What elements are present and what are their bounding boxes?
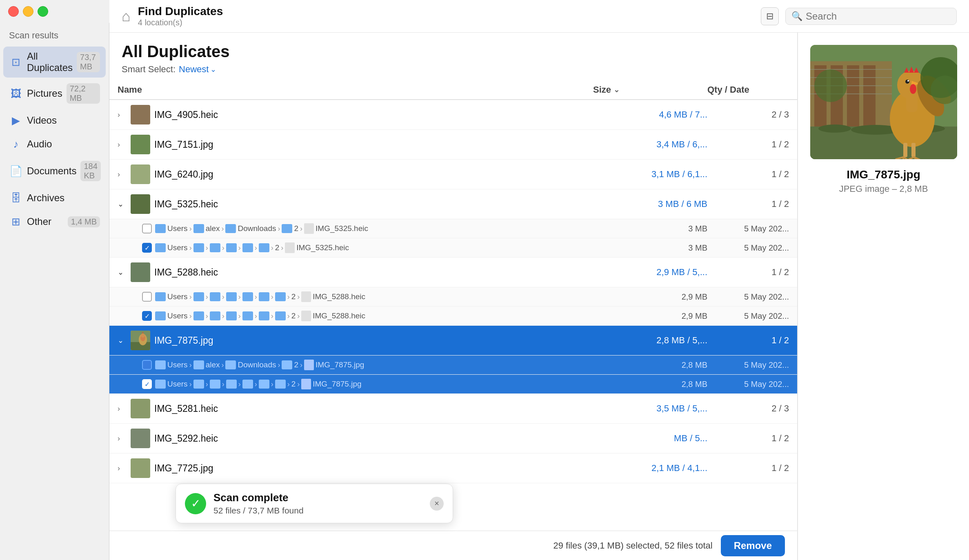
table-row[interactable]: › IMG_4905.heic 4,6 MB / 7... 2 / 3	[109, 100, 797, 130]
folder-path: Users› alex› Downloads› 2› IMG_7875.jpg	[155, 360, 364, 370]
file-thumbnail	[131, 429, 150, 448]
file-thumbnail	[131, 331, 150, 350]
file-thumbnail	[131, 194, 150, 214]
file-qty: 1 / 2	[707, 463, 789, 473]
expand-arrow-icon[interactable]: ⌄	[118, 268, 127, 277]
sub-row-checkbox[interactable]	[142, 360, 152, 370]
topbar-title: Find Duplicates	[138, 5, 753, 18]
svg-point-38	[814, 69, 847, 102]
search-icon: 🔍	[791, 11, 802, 22]
folder-icon	[275, 311, 286, 320]
close-button[interactable]	[8, 6, 19, 17]
expand-arrow-icon[interactable]: ›	[118, 170, 127, 179]
file-size: 3,5 MB / 5,...	[593, 403, 707, 414]
col-header-name: Name	[118, 84, 593, 95]
table-container[interactable]: Name Size ⌄ Qty / Date › IMG_4905.heic 4…	[109, 80, 797, 531]
svg-rect-31	[911, 143, 916, 157]
file-qty: 1 / 2	[707, 433, 789, 444]
toast-close-button[interactable]: ×	[430, 497, 444, 511]
maximize-button[interactable]	[38, 6, 48, 17]
file-icon	[304, 360, 314, 370]
sub-row-size: 2,8 MB	[626, 360, 707, 370]
sidebar-item-label: Videos	[27, 115, 100, 126]
expand-arrow-icon[interactable]: ›	[118, 111, 127, 119]
sub-row-checkbox[interactable]: ✓	[142, 311, 152, 321]
folder-icon	[193, 224, 204, 233]
folder-icon	[155, 360, 166, 369]
svg-point-26	[905, 80, 909, 84]
sub-row[interactable]: ✓ Users› › › › › › › 2› IMG_787	[109, 375, 797, 394]
sidebar-item-documents[interactable]: 📄 Documents 184 KB	[3, 157, 106, 185]
expand-arrow-icon[interactable]: ›	[118, 464, 127, 473]
sidebar-item-badge: 1,4 MB	[68, 216, 100, 227]
sub-row-checkbox[interactable]: ✓	[142, 243, 152, 253]
table-row[interactable]: ⌄ IMG_5325.heic 3 MB / 6 MB 1 / 2	[109, 189, 797, 219]
sub-row[interactable]: Users› alex› Downloads› 2› IMG_5325.heic…	[109, 219, 797, 238]
minimize-button[interactable]	[23, 6, 33, 17]
table-row[interactable]: › IMG_6240.jpg 3,1 MB / 6,1... 1 / 2	[109, 160, 797, 189]
table-row[interactable]: › IMG_5292.heic MB / 5... 1 / 2	[109, 424, 797, 453]
folder-icon	[225, 224, 236, 233]
status-text: 29 files (39,1 MB) selected, 52 files to…	[122, 540, 713, 551]
sidebar-item-archives[interactable]: 🗄 Archives	[3, 187, 106, 209]
folder-icon	[155, 224, 166, 233]
table-row[interactable]: ⌄ IMG_5288.heic 2,9 MB / 5,... 1 / 2	[109, 258, 797, 287]
expand-arrow-icon[interactable]: ›	[118, 140, 127, 149]
sub-row-date: 5 May 202...	[707, 380, 789, 389]
expand-arrow-icon[interactable]: ⌄	[118, 336, 127, 345]
topbar-right: ⊟ 🔍	[761, 7, 957, 25]
file-size: 2,8 MB / 5,...	[593, 335, 707, 346]
sub-row-name: ✓ Users› › › › › › 2› IMG_5325.heic	[142, 242, 626, 253]
file-qty: 1 / 2	[707, 199, 789, 209]
sidebar-item-pictures[interactable]: 🖼 Pictures 72,2 MB	[3, 79, 106, 108]
sidebar-item-audio[interactable]: ♪ Audio	[3, 133, 106, 155]
folder-icon	[282, 360, 292, 369]
list-header: All Duplicates Smart Select: Newest ⌄	[109, 33, 797, 80]
sub-row[interactable]: Users› alex› Downloads› 2› IMG_7875.jpg …	[109, 356, 797, 375]
preview-fileinfo: JPEG image – 2,8 MB	[839, 184, 928, 194]
preview-image	[810, 45, 957, 159]
folder-icon	[259, 311, 269, 320]
expand-arrow-icon[interactable]: ⌄	[118, 200, 127, 209]
expand-arrow-icon[interactable]: ›	[118, 434, 127, 443]
col-header-size: Size ⌄	[593, 84, 707, 95]
sub-row-date: 5 May 202...	[707, 292, 789, 302]
table-row[interactable]: › IMG_5281.heic 3,5 MB / 5,... 2 / 3	[109, 394, 797, 424]
home-icon[interactable]: ⌂	[122, 8, 131, 25]
file-size: 2,9 MB / 5,...	[593, 267, 707, 278]
expand-arrow-icon[interactable]: ›	[118, 404, 127, 413]
sub-row-date: 5 May 202...	[707, 311, 789, 321]
sub-row-checkbox[interactable]	[142, 292, 152, 302]
smart-select-dropdown[interactable]: Newest ⌄	[179, 64, 216, 75]
search-input[interactable]	[806, 11, 951, 22]
remove-button[interactable]: Remove	[721, 535, 785, 556]
row-name: › IMG_6240.jpg	[118, 164, 593, 184]
chevron-down-icon: ⌄	[210, 65, 216, 74]
sidebar-item-all-duplicates[interactable]: ⊡ All Duplicates 73,7 MB	[3, 47, 106, 78]
sidebar-item-badge: 72,2 MB	[67, 83, 100, 104]
sidebar-item-videos[interactable]: ▶ Videos	[3, 109, 106, 131]
row-name: ⌄ IMG_7875.jpg	[118, 331, 593, 350]
file-icon	[301, 291, 311, 302]
folder-icon	[210, 243, 220, 252]
sidebar-item-other[interactable]: ⊞ Other 1,4 MB	[3, 211, 106, 233]
file-qty: 1 / 2	[707, 335, 789, 346]
view-toggle-button[interactable]: ⊟	[761, 7, 779, 25]
sub-row[interactable]: ✓ Users› › › › › › 2› IMG_5325.heic	[109, 238, 797, 258]
sidebar-item-badge: 73,7 MB	[77, 52, 100, 72]
table-row[interactable]: › IMG_7725.jpg 2,1 MB / 4,1... 1 / 2	[109, 453, 797, 483]
row-name: ⌄ IMG_5288.heic	[118, 262, 593, 282]
sub-row[interactable]: ✓ Users› › › › › › › 2› IMG_528	[109, 307, 797, 326]
sub-row-date: 5 May 202...	[707, 224, 789, 233]
table-row[interactable]: › IMG_7151.jpg 3,4 MB / 6,... 1 / 2	[109, 130, 797, 160]
content-area: All Duplicates Smart Select: Newest ⌄ Na…	[109, 33, 969, 560]
folder-icon	[155, 292, 166, 301]
folder-icon	[225, 360, 236, 369]
file-name: IMG_5288.heic	[154, 267, 218, 278]
toast-subtitle: 52 files / 73,7 MB found	[213, 506, 422, 516]
table-row[interactable]: ⌄ IMG_7875.jpg	[109, 326, 797, 356]
sub-row-checkbox[interactable]: ✓	[142, 379, 152, 389]
sub-row-checkbox[interactable]	[142, 224, 152, 233]
folder-path: Users› › › › › › › 2› IMG_5288.heic	[155, 311, 365, 321]
sub-row[interactable]: Users› › › › › › › 2› IMG_5288.heic 2,9	[109, 287, 797, 307]
